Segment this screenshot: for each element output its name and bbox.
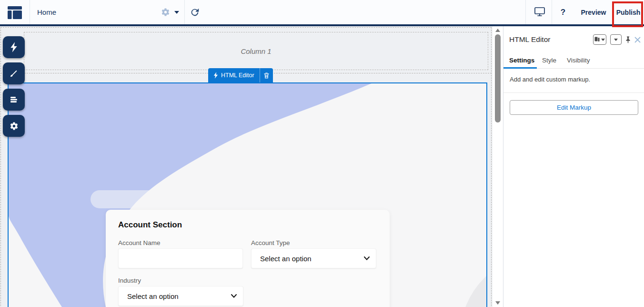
page-selector[interactable]: Home [37, 0, 56, 24]
monitor-icon [534, 6, 545, 19]
active-tab-underline [503, 67, 537, 69]
chevron-down-icon [231, 294, 237, 298]
builder-canvas[interactable]: Column 1 Account Section Account Name Ac… [0, 26, 493, 307]
delete-component-button[interactable] [260, 68, 273, 82]
html-editor-component[interactable]: Account Section Account Name Account Typ… [8, 82, 487, 307]
help-label: ? [561, 8, 565, 17]
toolbar-divider [184, 0, 185, 24]
close-icon[interactable] [634, 37, 641, 43]
column-drop-region[interactable]: Column 1 [24, 32, 488, 70]
scroll-down-arrow[interactable] [495, 301, 500, 305]
page-selector-caret-icon[interactable] [174, 11, 179, 14]
panel-title: HTML Editor [509, 35, 550, 44]
canvas-scrollbar[interactable] [493, 26, 503, 307]
publish-button[interactable]: Publish [614, 0, 643, 24]
components-lightning-icon [10, 42, 18, 52]
panel-divider [503, 92, 644, 93]
caret-down-icon [601, 39, 605, 41]
industry-label: Industry [118, 277, 141, 284]
edit-markup-button[interactable]: Edit Markup [510, 100, 638, 115]
sidebar-theme-button[interactable] [3, 62, 25, 84]
industry-select[interactable]: Select an option [118, 286, 243, 306]
lightning-icon [213, 72, 218, 79]
page-settings-gear-icon[interactable] [161, 8, 170, 17]
sidebar-components-button[interactable] [3, 36, 25, 58]
sidebar-settings-button[interactable] [3, 115, 25, 137]
form-section-title: Account Section [118, 220, 182, 230]
builder-logo-icon[interactable] [8, 6, 22, 19]
settings-gear-icon [10, 122, 19, 131]
component-variations-button[interactable] [593, 34, 606, 45]
current-page-label: Home [37, 8, 56, 16]
selected-component-badge[interactable]: HTML Editor [208, 68, 273, 82]
help-button[interactable]: ? [553, 0, 574, 24]
tab-style[interactable]: Style [542, 57, 556, 64]
tab-settings[interactable]: Settings [509, 57, 534, 64]
account-form-card: Account Section Account Name Account Typ… [106, 210, 390, 307]
chevron-down-icon [364, 256, 370, 260]
theme-brush-icon [9, 69, 19, 78]
preview-button[interactable]: Preview [575, 0, 612, 24]
caret-down-icon [614, 39, 618, 41]
scrollbar-thumb[interactable] [495, 34, 501, 123]
refresh-button[interactable] [190, 7, 200, 18]
component-settings-panel: HTML Editor Settings Style Visibility Ad… [503, 26, 644, 307]
device-preview-button[interactable] [529, 0, 551, 24]
account-type-select[interactable]: Select an option [251, 248, 376, 268]
pin-icon[interactable] [625, 36, 631, 43]
sidebar-structure-button[interactable] [3, 89, 25, 111]
panel-description: Add and edit custom markup. [510, 76, 590, 83]
column-label: Column 1 [241, 47, 271, 55]
builder-toolbar: Home ? Preview Publish [0, 0, 644, 26]
collapse-panel-button[interactable] [610, 34, 622, 45]
account-type-label: Account Type [251, 239, 290, 246]
structure-list-icon [10, 96, 18, 103]
panel-tabs: Settings Style Visibility [503, 56, 644, 69]
tab-visibility[interactable]: Visibility [567, 57, 590, 64]
toolbar-divider [525, 0, 526, 24]
toolbar-divider [30, 0, 30, 24]
variations-cards-icon [594, 37, 600, 42]
account-name-input[interactable] [119, 249, 242, 268]
toolbar-divider [552, 0, 552, 24]
trash-icon [264, 72, 269, 79]
account-name-label: Account Name [118, 239, 161, 246]
scroll-up-arrow[interactable] [495, 29, 500, 32]
